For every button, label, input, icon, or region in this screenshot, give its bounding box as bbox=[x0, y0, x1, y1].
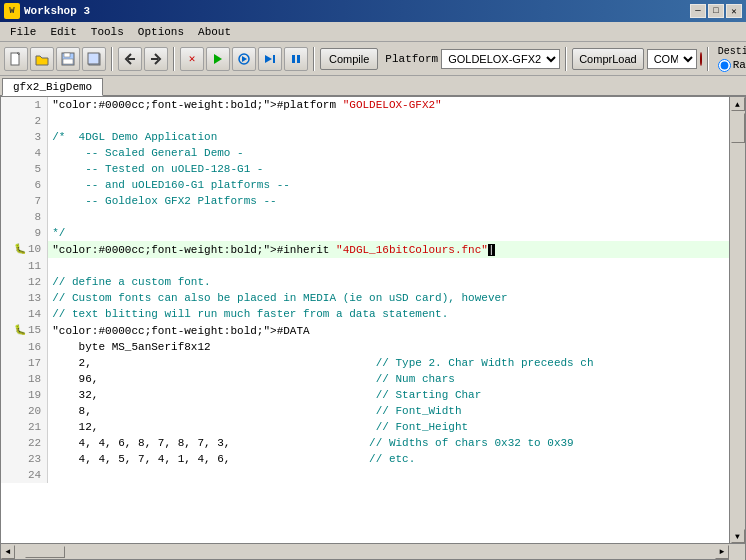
window-controls[interactable]: — □ ✕ bbox=[690, 4, 742, 18]
line-content[interactable]: 4, 4, 5, 7, 4, 1, 4, 6, // etc. bbox=[48, 451, 729, 467]
line-content[interactable]: /* 4DGL Demo Application bbox=[48, 129, 729, 145]
line-number-text: 1 bbox=[35, 99, 42, 111]
scrollbar-corner bbox=[729, 544, 745, 560]
line-content[interactable]: -- Goldelox GFX2 Platforms -- bbox=[48, 193, 729, 209]
line-content[interactable] bbox=[48, 113, 729, 129]
h-scroll-thumb[interactable] bbox=[25, 546, 65, 558]
save-button[interactable] bbox=[56, 47, 80, 71]
scroll-up-button[interactable]: ▲ bbox=[731, 97, 745, 111]
table-row: 16 byte MS_5anSerif8x12 bbox=[1, 339, 729, 355]
table-row: 2 bbox=[1, 113, 729, 129]
line-content[interactable]: 8, // Font_Width bbox=[48, 403, 729, 419]
editor-window: 1"color:#0000cc;font-weight:bold;">#plat… bbox=[0, 96, 746, 560]
menu-edit[interactable]: Edit bbox=[44, 24, 82, 40]
minimize-button[interactable]: — bbox=[690, 4, 706, 18]
line-content[interactable]: "color:#0000cc;font-weight:bold;">#DATA bbox=[48, 322, 729, 339]
line-content[interactable]: 32, // Starting Char bbox=[48, 387, 729, 403]
line-number: 6 bbox=[1, 177, 48, 193]
saveall-button[interactable] bbox=[82, 47, 106, 71]
line-content[interactable]: // Custom fonts can also be placed in ME… bbox=[48, 290, 729, 306]
line-number: 9 bbox=[1, 225, 48, 241]
ram-radio[interactable] bbox=[718, 59, 731, 72]
line-number-text: 18 bbox=[28, 373, 41, 385]
editor-scroll-area[interactable]: 1"color:#0000cc;font-weight:bold;">#plat… bbox=[1, 97, 729, 543]
connection-indicator bbox=[700, 52, 702, 66]
separator-2 bbox=[173, 47, 175, 71]
line-number-text: 12 bbox=[28, 276, 41, 288]
table-row: 23 4, 4, 5, 7, 4, 1, 4, 6, // etc. bbox=[1, 451, 729, 467]
line-number: 3 bbox=[1, 129, 48, 145]
com-select[interactable]: COM 1 COM 2 COM 3 COM 4 bbox=[647, 49, 697, 69]
line-content[interactable]: byte MS_5anSerif8x12 bbox=[48, 339, 729, 355]
step-button[interactable] bbox=[258, 47, 282, 71]
line-content[interactable]: */ bbox=[48, 225, 729, 241]
maximize-button[interactable]: □ bbox=[708, 4, 724, 18]
line-number: 20 bbox=[1, 403, 48, 419]
stop-button[interactable]: ✕ bbox=[180, 47, 204, 71]
line-number-text: 2 bbox=[35, 115, 42, 127]
horizontal-scrollbar[interactable]: ◄ ► bbox=[1, 543, 745, 559]
line-content[interactable]: -- and uOLED160-G1 platforms -- bbox=[48, 177, 729, 193]
line-content[interactable] bbox=[48, 258, 729, 274]
line-content[interactable]: "color:#0000cc;font-weight:bold;">#inher… bbox=[48, 241, 729, 258]
platform-select[interactable]: GOLDELOX-GFX2 PICASO DIABLO16 bbox=[441, 49, 560, 69]
scroll-right-button[interactable]: ► bbox=[715, 545, 729, 559]
line-content[interactable]: 12, // Font_Height bbox=[48, 419, 729, 435]
vertical-scrollbar[interactable]: ▲ ▼ bbox=[729, 97, 745, 543]
svg-rect-6 bbox=[88, 53, 99, 64]
ram-label: Ram bbox=[733, 59, 746, 71]
line-number: 12 bbox=[1, 274, 48, 290]
svg-rect-13 bbox=[297, 55, 300, 63]
line-number-text: 11 bbox=[28, 260, 41, 272]
scroll-track[interactable] bbox=[731, 111, 745, 529]
separator-3 bbox=[313, 47, 315, 71]
table-row: 1"color:#0000cc;font-weight:bold;">#plat… bbox=[1, 97, 729, 113]
back-button[interactable] bbox=[118, 47, 142, 71]
menu-about[interactable]: About bbox=[192, 24, 237, 40]
comprload-button[interactable]: ComprLoad bbox=[572, 48, 643, 70]
line-number-text: 21 bbox=[28, 421, 41, 433]
new-button[interactable] bbox=[4, 47, 28, 71]
scroll-thumb[interactable] bbox=[731, 113, 745, 143]
compile-button[interactable]: Compile bbox=[320, 48, 378, 70]
svg-rect-0 bbox=[11, 53, 19, 65]
line-number-text: 10 bbox=[28, 243, 41, 255]
line-number: 16 bbox=[1, 339, 48, 355]
h-scroll-track[interactable] bbox=[15, 545, 715, 559]
line-content[interactable] bbox=[48, 467, 729, 483]
scroll-down-button[interactable]: ▼ bbox=[731, 529, 745, 543]
menu-options[interactable]: Options bbox=[132, 24, 190, 40]
close-button[interactable]: ✕ bbox=[726, 4, 742, 18]
svg-rect-11 bbox=[273, 55, 275, 63]
tab-gfx2bigdemo[interactable]: gfx2_BigDemo bbox=[2, 78, 103, 96]
line-content[interactable]: 2, // Type 2. Char Width preceeds ch bbox=[48, 355, 729, 371]
pause-button[interactable] bbox=[284, 47, 308, 71]
table-row: 13// Custom fonts can also be placed in … bbox=[1, 290, 729, 306]
line-content[interactable]: 4, 4, 6, 8, 7, 8, 7, 3, // Widths of cha… bbox=[48, 435, 729, 451]
line-content[interactable] bbox=[48, 209, 729, 225]
line-number-text: 17 bbox=[28, 357, 41, 369]
line-content[interactable]: // text blitting will run much faster fr… bbox=[48, 306, 729, 322]
menu-tools[interactable]: Tools bbox=[85, 24, 130, 40]
line-content[interactable]: "color:#0000cc;font-weight:bold;">#platf… bbox=[48, 97, 729, 113]
line-number-text: 19 bbox=[28, 389, 41, 401]
open-button[interactable] bbox=[30, 47, 54, 71]
line-number-text: 8 bbox=[35, 211, 42, 223]
line-content[interactable]: 96, // Num chars bbox=[48, 371, 729, 387]
line-number-text: 14 bbox=[28, 308, 41, 320]
line-content[interactable]: // define a custom font. bbox=[48, 274, 729, 290]
menu-file[interactable]: File bbox=[4, 24, 42, 40]
line-content[interactable]: -- Tested on uOLED-128-G1 - bbox=[48, 161, 729, 177]
ram-option[interactable]: Ram bbox=[718, 59, 746, 72]
separator-5 bbox=[707, 47, 709, 71]
svg-marker-7 bbox=[214, 54, 222, 64]
line-content[interactable]: -- Scaled General Demo - bbox=[48, 145, 729, 161]
run-button[interactable] bbox=[206, 47, 230, 71]
debug-button[interactable] bbox=[232, 47, 256, 71]
tab-bar: gfx2_BigDemo bbox=[0, 76, 746, 96]
table-row: 18 96, // Num chars bbox=[1, 371, 729, 387]
scroll-left-button[interactable]: ◄ bbox=[1, 545, 15, 559]
line-number-text: 24 bbox=[28, 469, 41, 481]
forward-button[interactable] bbox=[144, 47, 168, 71]
bug-icon: 🐛 bbox=[14, 244, 26, 255]
